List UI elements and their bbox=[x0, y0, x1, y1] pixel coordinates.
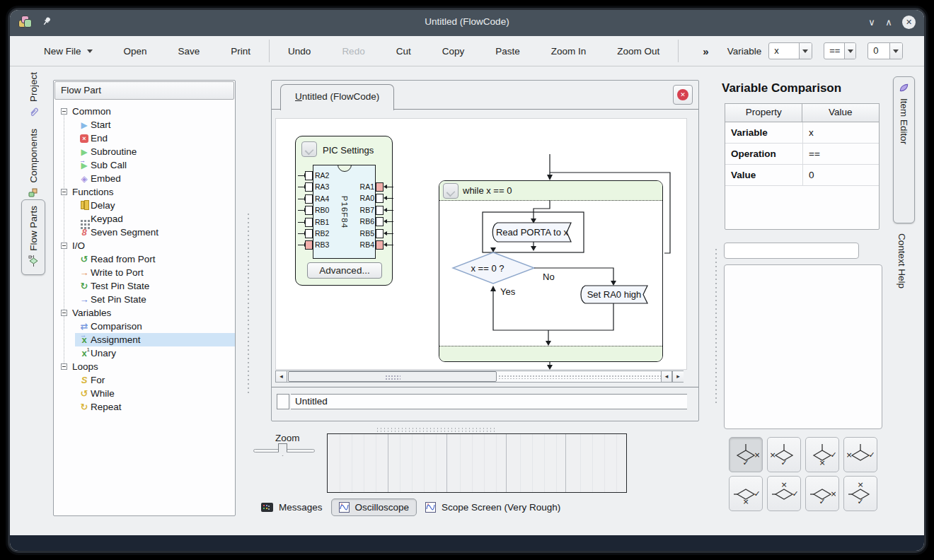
value-cell[interactable]: 0 bbox=[803, 165, 879, 185]
collapse-expander-icon[interactable] bbox=[61, 310, 67, 316]
orientation-button-5[interactable]: ×✓ bbox=[729, 476, 763, 511]
advanced-button[interactable]: Advanced... bbox=[307, 262, 382, 279]
pin-rb2[interactable] bbox=[305, 229, 313, 238]
while-loop-header[interactable]: while x == 0 bbox=[439, 181, 662, 201]
tree-item-while[interactable]: While bbox=[75, 387, 235, 400]
bottom-tab-oscilloscope[interactable]: Oscilloscope bbox=[331, 498, 417, 516]
tree-item-test-pin-state[interactable]: Test Pin State bbox=[75, 279, 235, 293]
scroll-right-icon[interactable]: ▸ bbox=[672, 371, 684, 382]
pin-rb1[interactable] bbox=[305, 218, 313, 227]
close-icon[interactable]: ✕ bbox=[902, 16, 916, 29]
bottom-tab-messages[interactable]: Messages bbox=[254, 499, 330, 515]
pin-ra0[interactable] bbox=[376, 194, 384, 203]
scrollbar-thumb[interactable] bbox=[288, 371, 497, 382]
tree-group-loops[interactable]: Loops bbox=[54, 360, 235, 373]
tree-group-functions[interactable]: Functions bbox=[54, 185, 235, 199]
pin-ra1[interactable] bbox=[376, 182, 384, 192]
pin-rb6[interactable] bbox=[376, 217, 384, 226]
collapse-expander-icon[interactable] bbox=[61, 243, 67, 249]
collapse-chevron-button[interactable] bbox=[301, 141, 317, 157]
value-cell[interactable]: == bbox=[803, 144, 879, 164]
print-button[interactable]: Print bbox=[231, 42, 250, 61]
tree-item-unary[interactable]: Unary bbox=[75, 346, 235, 360]
tree-group-common[interactable]: Common bbox=[54, 105, 235, 118]
zoom-in-button[interactable]: Zoom In bbox=[551, 42, 587, 61]
orientation-button-8[interactable]: ×✓ bbox=[843, 476, 877, 511]
tree-group-variables[interactable]: Variables bbox=[54, 306, 235, 320]
open-button[interactable]: Open bbox=[124, 42, 147, 61]
tab-context-help[interactable]: Context Help bbox=[896, 233, 907, 288]
table-header-property[interactable]: Property bbox=[725, 103, 803, 122]
zoom-slider-handle[interactable] bbox=[278, 443, 287, 456]
collapse-expander-icon[interactable] bbox=[61, 189, 67, 195]
tree-item-repeat[interactable]: Repeat bbox=[75, 400, 235, 414]
pin-rb3[interactable] bbox=[305, 240, 313, 250]
tree-item-comparison[interactable]: Comparison bbox=[75, 320, 235, 333]
tree-item-for[interactable]: For bbox=[75, 373, 235, 387]
tree-item-subroutine[interactable]: Subroutine bbox=[75, 145, 235, 158]
maximize-icon[interactable]: ∧ bbox=[882, 16, 896, 30]
save-button[interactable]: Save bbox=[178, 42, 200, 61]
tree-item-keypad[interactable]: Keypad bbox=[75, 212, 235, 226]
splitter-handle[interactable] bbox=[247, 212, 250, 396]
pin-rb7[interactable] bbox=[376, 206, 384, 215]
flowchart-canvas[interactable]: PIC Settings P16F84 RA2RA3RA4RB0RB1RB2RB… bbox=[275, 118, 687, 370]
bottom-tab-scope-screen-very-rough[interactable]: Scope Screen (Very Rough) bbox=[418, 499, 567, 515]
toolbar-overflow-chevron-icon[interactable]: » bbox=[703, 45, 708, 57]
item-editor-listbox[interactable] bbox=[724, 264, 882, 429]
pin-rb0[interactable] bbox=[305, 206, 313, 215]
tree-item-delay[interactable]: Delay bbox=[75, 199, 235, 212]
tree-item-assignment[interactable]: Assignment bbox=[75, 333, 235, 346]
pin-ra4[interactable] bbox=[305, 194, 313, 204]
document-tab[interactable]: Untitled (FlowCode) bbox=[280, 84, 394, 110]
pin-ra2[interactable] bbox=[305, 171, 313, 180]
name-checkbox[interactable] bbox=[277, 394, 289, 409]
table-row[interactable]: Operation== bbox=[725, 144, 879, 165]
close-document-button[interactable]: ✕ bbox=[673, 85, 693, 105]
table-header-value[interactable]: Value bbox=[802, 103, 880, 122]
orientation-button-6[interactable]: ×✓ bbox=[767, 476, 801, 511]
operation-select[interactable]: == bbox=[824, 42, 856, 59]
collapse-expander-icon[interactable] bbox=[61, 363, 67, 370]
copy-button[interactable]: Copy bbox=[442, 42, 465, 61]
tree-item-write-to-port[interactable]: Write to Port bbox=[75, 266, 235, 279]
scrollbar-track[interactable] bbox=[498, 375, 661, 379]
orientation-button-3[interactable]: ×✓ bbox=[805, 437, 839, 472]
flowchart-name-field[interactable]: Untitled bbox=[291, 394, 687, 409]
tree-item-set-pin-state[interactable]: Set Pin State bbox=[75, 293, 235, 306]
pin-ra3[interactable] bbox=[305, 182, 313, 192]
value-select[interactable]: 0 bbox=[867, 42, 903, 59]
collapse-chevron-button[interactable] bbox=[443, 183, 459, 199]
scope-drag-handle[interactable] bbox=[376, 427, 496, 432]
minimize-icon[interactable]: ∨ bbox=[865, 16, 879, 30]
sidebar-tab-flow-parts[interactable]: Flow Parts bbox=[21, 199, 45, 275]
tree-item-sub-call[interactable]: Sub Call bbox=[75, 158, 235, 172]
redo-button[interactable]: Redo bbox=[342, 42, 364, 61]
splitter-handle[interactable] bbox=[715, 247, 717, 403]
orientation-button-2[interactable]: ×✓ bbox=[767, 437, 801, 472]
property-table[interactable]: PropertyValue VariablexOperation==Value0 bbox=[725, 103, 880, 230]
table-row[interactable]: Value0 bbox=[725, 165, 879, 186]
undo-button[interactable]: Undo bbox=[288, 42, 311, 61]
orientation-button-4[interactable]: ×✓ bbox=[843, 437, 877, 472]
titlebar[interactable]: Untitled (FlowCode) ∨ ∧ ✕ bbox=[10, 10, 924, 36]
tree-item-end[interactable]: End bbox=[75, 132, 235, 145]
tree-item-embed[interactable]: Embed bbox=[75, 172, 235, 185]
tree-item-start[interactable]: Start bbox=[75, 118, 235, 132]
item-editor-input[interactable] bbox=[724, 243, 859, 259]
orientation-button-1[interactable]: ×✓ bbox=[729, 437, 763, 472]
scroll-left-icon[interactable]: ◂ bbox=[276, 371, 287, 382]
new-file-button[interactable]: New File bbox=[44, 42, 93, 61]
orientation-button-7[interactable]: ×✓ bbox=[805, 476, 839, 511]
paste-button[interactable]: Paste bbox=[495, 42, 520, 61]
zoom-out-button[interactable]: Zoom Out bbox=[617, 42, 659, 61]
scroll-left-icon[interactable]: ◂ bbox=[661, 371, 672, 382]
pin-rb5[interactable] bbox=[376, 229, 384, 238]
value-cell[interactable]: x bbox=[803, 122, 879, 143]
tree-group-i-o[interactable]: I/O bbox=[54, 239, 235, 252]
horizontal-scrollbar[interactable]: ◂ ◂ ▸ bbox=[275, 371, 684, 383]
chevron-down-icon[interactable] bbox=[844, 43, 855, 59]
cut-button[interactable]: Cut bbox=[396, 42, 411, 61]
variable-select[interactable]: x bbox=[768, 42, 812, 59]
while-loop-block[interactable]: while x == 0 bbox=[439, 180, 663, 362]
